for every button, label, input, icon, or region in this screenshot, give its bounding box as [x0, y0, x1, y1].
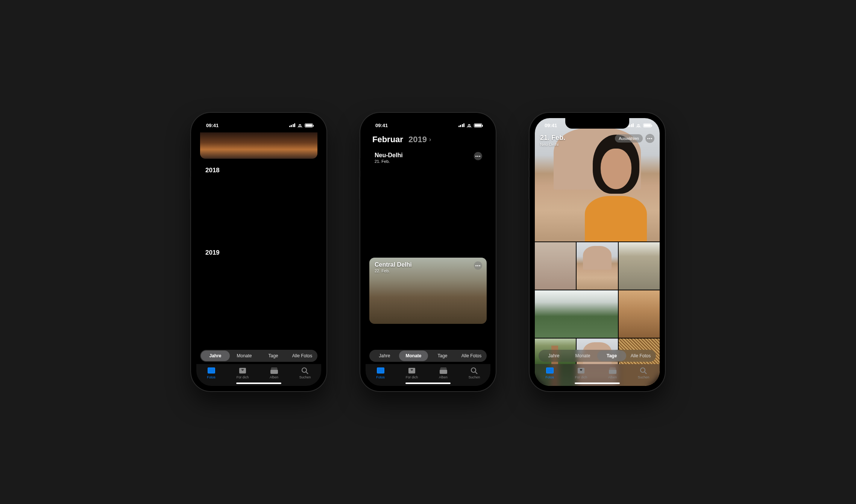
year-label: 2018: [205, 167, 220, 174]
svg-rect-5: [271, 369, 278, 369]
tab-search[interactable]: Suchen: [469, 366, 480, 379]
month-card[interactable]: Neu-Delhi 21. Feb. •••: [369, 148, 487, 254]
card-date: 21. Feb.: [375, 159, 403, 164]
photos-icon: [545, 366, 554, 375]
card-title-block: Central Delhi 22. Feb.: [375, 261, 412, 273]
battery-icon: [474, 123, 482, 128]
albums-icon: [439, 366, 448, 375]
screen: 09:41 2018: [196, 118, 321, 386]
segment-months[interactable]: Monate: [399, 351, 428, 361]
tab-label: Suchen: [469, 375, 480, 379]
years-content[interactable]: 2018 2019: [196, 132, 321, 386]
search-icon: [639, 366, 648, 375]
card-title-block: Neu-Delhi 21. Feb.: [375, 152, 403, 164]
tab-label: Alben: [608, 375, 617, 379]
svg-rect-14: [440, 369, 447, 369]
notch: [565, 118, 629, 129]
segment-all[interactable]: Alle Fotos: [288, 351, 317, 361]
svg-rect-4: [271, 367, 277, 368]
segment-months[interactable]: Monate: [568, 351, 597, 361]
svg-rect-22: [610, 367, 616, 368]
tab-photos[interactable]: Fotos: [545, 366, 554, 379]
search-icon: [301, 366, 310, 375]
year-card[interactable]: 2019: [200, 245, 317, 323]
status-icons: [458, 123, 483, 128]
tab-search[interactable]: Suchen: [299, 366, 311, 379]
home-indicator[interactable]: [575, 383, 620, 384]
photo-thumbnail[interactable]: [535, 242, 576, 290]
tab-for-you[interactable]: Für dich: [237, 366, 249, 379]
tab-for-you[interactable]: Für dich: [406, 366, 418, 379]
segment-days[interactable]: Tage: [597, 351, 626, 361]
svg-point-25: [640, 368, 645, 372]
wifi-icon: [636, 123, 641, 128]
photo-thumbnail[interactable]: [535, 290, 618, 338]
card-date: 22. Feb.: [375, 269, 412, 273]
home-indicator[interactable]: [236, 383, 281, 384]
months-content[interactable]: Februar 2019 › Neu-Delhi 21. Feb. •••: [366, 132, 490, 386]
svg-rect-20: [547, 368, 553, 373]
segment-days[interactable]: Tage: [428, 351, 457, 361]
photo-thumbnail[interactable]: [619, 290, 660, 338]
tab-label: Für dich: [406, 375, 418, 379]
segment-days[interactable]: Tage: [259, 351, 288, 361]
view-segmented-control[interactable]: Jahre Monate Tage Alle Fotos: [539, 350, 656, 362]
segment-years[interactable]: Jahre: [539, 351, 568, 361]
home-indicator[interactable]: [405, 383, 451, 384]
segment-years[interactable]: Jahre: [370, 351, 399, 361]
battery-icon: [305, 123, 313, 128]
status-time: 09:41: [206, 123, 219, 128]
tab-photos[interactable]: Fotos: [207, 366, 216, 379]
for-you-icon: [577, 366, 586, 375]
screen: 09:41 21. Feb. Neu-Delhi Auswählen •••: [535, 118, 660, 386]
svg-line-8: [306, 372, 308, 374]
svg-rect-13: [440, 367, 446, 368]
photos-icon: [376, 366, 385, 375]
more-button[interactable]: •••: [645, 134, 654, 143]
phone-months: 09:41 Februar 2019 ›: [360, 113, 496, 391]
segment-all[interactable]: Alle Fotos: [626, 351, 655, 361]
tab-search[interactable]: Suchen: [638, 366, 650, 379]
more-button[interactable]: •••: [474, 152, 482, 160]
tab-label: Für dich: [575, 375, 587, 379]
svg-rect-6: [270, 370, 278, 374]
photo-thumbnail[interactable]: [619, 242, 660, 290]
view-segmented-control[interactable]: Jahre Monate Tage Alle Fotos: [200, 350, 317, 362]
view-segmented-control[interactable]: Jahre Monate Tage Alle Fotos: [369, 350, 487, 362]
month-card[interactable]: Central Delhi 22. Feb. •••: [369, 258, 487, 324]
select-button[interactable]: Auswählen: [615, 134, 643, 143]
notch: [396, 118, 460, 129]
tab-label: Suchen: [638, 375, 650, 379]
segment-months[interactable]: Monate: [230, 351, 259, 361]
tab-for-you[interactable]: Für dich: [575, 366, 587, 379]
tab-label: Für dich: [237, 375, 249, 379]
header-date: 21. Feb.: [540, 134, 565, 142]
year-card[interactable]: 2018: [200, 163, 317, 241]
year-card[interactable]: [200, 132, 317, 159]
month-name: Februar: [372, 135, 403, 144]
svg-line-17: [475, 372, 477, 374]
header-location: Neu-Delhi: [540, 142, 565, 147]
month-header[interactable]: Februar 2019 ›: [366, 132, 490, 148]
search-icon: [470, 366, 479, 375]
svg-rect-24: [609, 370, 616, 374]
tab-photos[interactable]: Fotos: [376, 366, 385, 379]
segment-years[interactable]: Jahre: [201, 351, 230, 361]
tab-albums[interactable]: Alben: [439, 366, 448, 379]
for-you-icon: [238, 366, 247, 375]
tab-label: Suchen: [299, 375, 311, 379]
phone-years: 09:41 2018: [191, 113, 326, 391]
more-button[interactable]: •••: [474, 261, 482, 270]
days-header: 21. Feb. Neu-Delhi Auswählen •••: [535, 132, 660, 148]
days-content[interactable]: 09:41 21. Feb. Neu-Delhi Auswählen •••: [535, 118, 660, 386]
tab-label: Alben: [439, 375, 448, 379]
tab-label: Fotos: [376, 375, 385, 379]
segment-all[interactable]: Alle Fotos: [457, 351, 486, 361]
tab-label: Fotos: [545, 375, 554, 379]
wifi-icon: [466, 123, 472, 128]
svg-point-16: [471, 368, 476, 372]
photo-thumbnail[interactable]: [577, 242, 618, 290]
tab-albums[interactable]: Alben: [270, 366, 279, 379]
notch: [227, 118, 291, 129]
tab-albums[interactable]: Alben: [608, 366, 617, 379]
